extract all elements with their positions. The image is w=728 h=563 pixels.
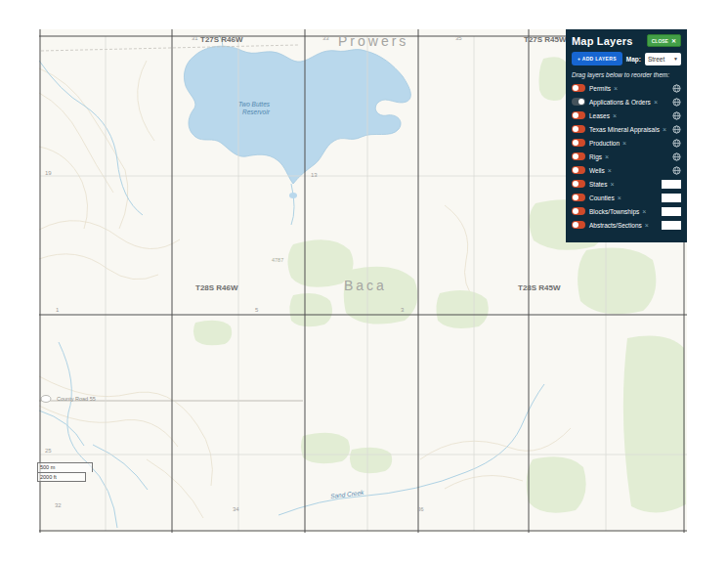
toggle-knob — [578, 99, 584, 105]
toggle-knob — [573, 153, 578, 159]
map-style-value: Street — [648, 56, 664, 63]
scale-metric: 500 m — [37, 462, 93, 472]
toggle-knob — [573, 126, 578, 132]
remove-layer-icon[interactable]: × — [645, 222, 649, 229]
layer-row[interactable]: Texas Mineral Appraisals× — [572, 122, 681, 136]
layer-label: Applications & Orders — [589, 99, 651, 106]
layer-toggle[interactable] — [572, 152, 585, 160]
close-button-label: CLOSE — [652, 38, 668, 44]
toggle-knob — [573, 181, 578, 187]
layer-row[interactable]: States× — [572, 177, 681, 191]
toggle-knob — [573, 140, 578, 146]
layer-label: Leases — [589, 112, 610, 119]
toggle-knob — [573, 167, 578, 173]
layer-toggle[interactable] — [572, 125, 585, 133]
layer-swatch-wrap[interactable] — [662, 180, 681, 189]
globe-icon[interactable] — [672, 98, 681, 107]
layer-color-swatch[interactable] — [662, 207, 681, 216]
layer-swatch-wrap[interactable] — [662, 221, 681, 230]
remove-layer-icon[interactable]: × — [613, 112, 617, 119]
layer-toggle[interactable] — [572, 111, 585, 119]
remove-layer-icon[interactable]: × — [608, 167, 612, 174]
layer-toggle[interactable] — [572, 98, 585, 106]
add-layers-button[interactable]: + ADD LAYERS — [572, 52, 622, 65]
layer-label: Blocks/Townships — [589, 208, 639, 215]
toggle-knob — [573, 222, 578, 228]
layer-label: States — [589, 181, 607, 188]
layer-swatch-wrap[interactable] — [662, 194, 681, 202]
layer-toggle[interactable] — [572, 180, 585, 188]
globe-icon[interactable] — [672, 166, 681, 175]
layer-toggle[interactable] — [572, 194, 585, 201]
layer-color-swatch[interactable] — [662, 180, 681, 189]
map-style-select[interactable]: Street ▼ — [645, 53, 681, 65]
close-icon: ✕ — [671, 37, 676, 44]
remove-layer-icon[interactable]: × — [610, 181, 614, 188]
layer-label: Permits — [589, 85, 611, 92]
scale-imperial: 2000 ft — [37, 472, 86, 482]
chevron-down-icon: ▼ — [673, 56, 678, 62]
layer-row[interactable]: Permits× — [572, 81, 681, 95]
close-button[interactable]: CLOSE ✕ — [647, 34, 681, 47]
layer-color-swatch[interactable] — [662, 221, 681, 230]
layer-toggle[interactable] — [572, 166, 585, 174]
map-style-label: Map: — [626, 56, 641, 63]
scale-control: 500 m 2000 ft — [37, 462, 93, 482]
layer-row[interactable]: Blocks/Townships× — [572, 204, 681, 218]
layer-label: Rigs — [589, 153, 602, 160]
remove-layer-icon[interactable]: × — [605, 153, 609, 160]
layer-row[interactable]: Applications & Orders× — [572, 95, 681, 108]
layer-swatch-wrap[interactable] — [662, 207, 681, 216]
toggle-knob — [573, 195, 578, 200]
globe-icon[interactable] — [672, 84, 681, 93]
layer-label: Abstracts/Sections — [589, 222, 642, 229]
globe-icon[interactable] — [672, 111, 681, 120]
layer-row[interactable]: Counties× — [572, 191, 681, 204]
panel-title: Map Layers — [572, 35, 633, 47]
remove-layer-icon[interactable]: × — [618, 195, 621, 201]
map-layers-panel: Map Layers CLOSE ✕ + ADD LAYERS Map: Str… — [566, 29, 687, 242]
layer-row[interactable]: Wells× — [572, 163, 681, 177]
layer-color-swatch[interactable] — [662, 194, 681, 202]
layer-list: Permits×Applications & Orders×Leases×Tex… — [572, 81, 681, 232]
layer-toggle[interactable] — [572, 207, 585, 215]
layer-label: Texas Mineral Appraisals — [589, 126, 660, 133]
layer-label: Production — [589, 140, 620, 147]
remove-layer-icon[interactable]: × — [614, 85, 618, 92]
layer-row[interactable]: Rigs× — [572, 150, 681, 163]
layer-toggle[interactable] — [572, 221, 585, 229]
layer-label: Wells — [589, 167, 605, 174]
remove-layer-icon[interactable]: × — [654, 99, 658, 106]
layer-row[interactable]: Production× — [572, 136, 681, 150]
globe-icon[interactable] — [672, 139, 681, 148]
drag-hint: Drag layers below to reorder them: — [572, 71, 681, 78]
layer-row[interactable]: Abstracts/Sections× — [572, 218, 681, 232]
layer-row[interactable]: Leases× — [572, 108, 681, 122]
toggle-knob — [573, 208, 578, 214]
toggle-knob — [573, 112, 578, 118]
layer-label: Counties — [589, 195, 615, 201]
toggle-knob — [573, 85, 578, 91]
globe-icon[interactable] — [672, 152, 681, 161]
remove-layer-icon[interactable]: × — [622, 140, 626, 147]
remove-layer-icon[interactable]: × — [642, 208, 646, 215]
remove-layer-icon[interactable]: × — [663, 126, 666, 133]
layer-toggle[interactable] — [572, 139, 585, 147]
globe-icon[interactable] — [672, 125, 681, 134]
layer-toggle[interactable] — [572, 84, 585, 92]
